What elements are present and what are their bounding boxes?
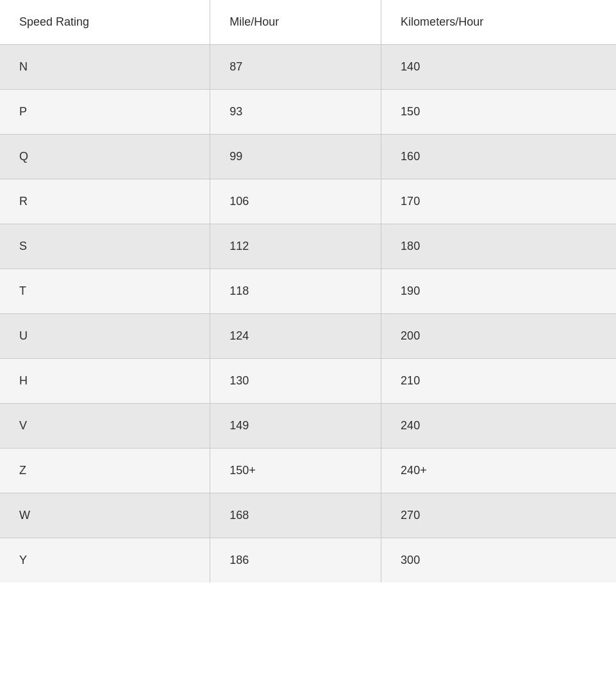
cell-mph: 130 xyxy=(210,359,381,404)
cell-mph: 112 xyxy=(210,224,381,269)
cell-speed-rating: N xyxy=(0,45,210,90)
table-row: T118190 xyxy=(0,269,616,314)
cell-mph: 124 xyxy=(210,314,381,359)
table-row: S112180 xyxy=(0,224,616,269)
cell-speed-rating: S xyxy=(0,224,210,269)
cell-speed-rating: H xyxy=(0,359,210,404)
cell-speed-rating: T xyxy=(0,269,210,314)
table-row: H130210 xyxy=(0,359,616,404)
cell-kph: 210 xyxy=(381,359,616,404)
speed-rating-table: Speed Rating Mile/Hour Kilometers/Hour N… xyxy=(0,0,616,582)
cell-kph: 150 xyxy=(381,90,616,135)
col-header-speed-rating: Speed Rating xyxy=(0,0,210,45)
cell-kph: 180 xyxy=(381,224,616,269)
table-row: V149240 xyxy=(0,404,616,449)
cell-speed-rating: U xyxy=(0,314,210,359)
cell-mph: 93 xyxy=(210,90,381,135)
cell-mph: 149 xyxy=(210,404,381,449)
cell-mph: 150+ xyxy=(210,449,381,493)
cell-kph: 240 xyxy=(381,404,616,449)
cell-mph: 99 xyxy=(210,135,381,179)
cell-kph: 160 xyxy=(381,135,616,179)
table-row: W168270 xyxy=(0,493,616,538)
table-row: Y186300 xyxy=(0,538,616,583)
table-row: P93150 xyxy=(0,90,616,135)
cell-kph: 140 xyxy=(381,45,616,90)
cell-kph: 240+ xyxy=(381,449,616,493)
cell-kph: 200 xyxy=(381,314,616,359)
cell-speed-rating: Q xyxy=(0,135,210,179)
cell-mph: 186 xyxy=(210,538,381,583)
cell-mph: 87 xyxy=(210,45,381,90)
cell-kph: 270 xyxy=(381,493,616,538)
cell-speed-rating: Z xyxy=(0,449,210,493)
table-row: R106170 xyxy=(0,179,616,224)
cell-kph: 300 xyxy=(381,538,616,583)
cell-speed-rating: R xyxy=(0,179,210,224)
cell-speed-rating: V xyxy=(0,404,210,449)
cell-mph: 118 xyxy=(210,269,381,314)
table-row: U124200 xyxy=(0,314,616,359)
cell-kph: 190 xyxy=(381,269,616,314)
table-row: Z150+240+ xyxy=(0,449,616,493)
table-row: N87140 xyxy=(0,45,616,90)
cell-kph: 170 xyxy=(381,179,616,224)
cell-mph: 168 xyxy=(210,493,381,538)
col-header-kph: Kilometers/Hour xyxy=(381,0,616,45)
cell-speed-rating: P xyxy=(0,90,210,135)
cell-speed-rating: Y xyxy=(0,538,210,583)
cell-speed-rating: W xyxy=(0,493,210,538)
cell-mph: 106 xyxy=(210,179,381,224)
table-header-row: Speed Rating Mile/Hour Kilometers/Hour xyxy=(0,0,616,45)
col-header-mph: Mile/Hour xyxy=(210,0,381,45)
table-row: Q99160 xyxy=(0,135,616,179)
